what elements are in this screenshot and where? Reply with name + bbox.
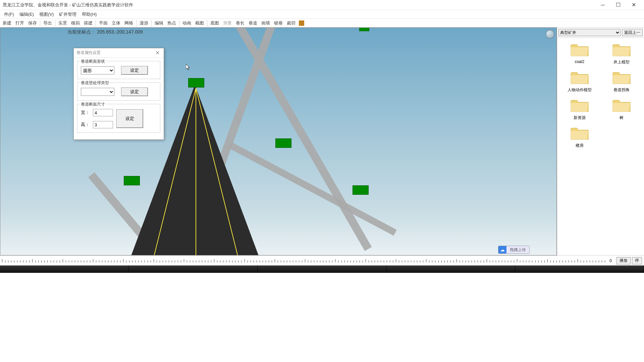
node-marker[interactable] — [353, 185, 369, 195]
maximize-button[interactable]: ☐ — [610, 0, 626, 10]
node-marker[interactable] — [188, 78, 204, 87]
group-wall-treatment: 巷道壁处理类型 设定 — [77, 82, 160, 101]
folder-icon — [570, 43, 589, 57]
group-label: 巷道壁处理类型 — [80, 80, 110, 86]
folder-icon — [612, 98, 631, 113]
menu-help[interactable]: 帮助(H) — [79, 10, 99, 18]
tool-snapshot[interactable]: 截图 — [193, 19, 206, 27]
node-marker[interactable] — [124, 176, 140, 185]
separator — [136, 20, 137, 26]
folder-icon — [612, 43, 631, 57]
dialog-body: 巷道断面形状 圆形 设定 巷道壁处理类型 设定 — [74, 58, 164, 139]
menubar: 件(F) 编辑(E) 视图(V) 矿井管理 帮助(H) — [0, 10, 644, 19]
wall-combo[interactable] — [81, 88, 114, 96]
tool-edit[interactable]: 编辑 — [153, 19, 165, 27]
folder-label: 井上模型 — [613, 59, 630, 65]
separator — [96, 20, 96, 26]
main-area: 当前坐标点： 205.653,-200,147.009 巷道属性设置 ✕ 巷道断… — [0, 27, 644, 255]
tool-tunnel[interactable]: 巷道 — [247, 19, 259, 27]
back-button[interactable]: 返回上一 — [622, 29, 643, 36]
folder-icon — [570, 98, 589, 113]
tool-scene[interactable]: 实景 — [56, 19, 69, 27]
menu-view[interactable]: 视图(V) — [37, 10, 56, 18]
menu-edit[interactable]: 编辑(E) — [17, 10, 37, 18]
coord-display: 当前坐标点： 205.653,-200,147.009 — [67, 29, 143, 35]
tool-lock[interactable]: 锁巷 — [272, 19, 285, 27]
tool-wall[interactable]: 画墙 — [259, 19, 272, 27]
tool-roam[interactable]: 漫游 — [138, 19, 150, 27]
folder-item[interactable]: 树 — [601, 97, 642, 122]
coord-label: 当前坐标点： — [67, 29, 96, 35]
set-wall-button[interactable]: 设定 — [121, 87, 148, 96]
height-input[interactable] — [93, 121, 113, 128]
status-segment — [515, 265, 644, 273]
tool-solid[interactable]: 立体 — [110, 19, 122, 27]
tool-crop[interactable]: 裁切 — [285, 19, 298, 27]
width-input[interactable] — [93, 109, 113, 116]
tool-plane[interactable]: 平面 — [97, 19, 110, 27]
folder-icon — [570, 126, 589, 141]
play-button[interactable]: 播放 — [616, 257, 631, 264]
folder-item[interactable]: coal2 — [559, 41, 600, 66]
minimize-button[interactable]: ─ — [595, 0, 610, 10]
group-cross-section-shape: 巷道断面形状 圆形 设定 — [77, 61, 160, 79]
height-label: 高： — [81, 122, 90, 128]
tool-save[interactable]: 保存 — [26, 19, 39, 27]
titlebar: 黑龙江工业学院、金视和联合开发 - 矿山三维仿真实践教学设计软件 ─ ☐ ✕ — [0, 0, 644, 10]
tool-basemap[interactable]: 底图 — [208, 19, 221, 27]
folder-label: 树 — [620, 115, 624, 121]
set-dimension-button[interactable]: 设定 — [116, 109, 143, 128]
folder-item[interactable]: 井上模型 — [601, 41, 642, 66]
node-marker[interactable] — [275, 138, 291, 148]
dialog-close-icon[interactable]: ✕ — [154, 50, 161, 56]
tool-open[interactable]: 打开 — [13, 19, 26, 27]
tool-export[interactable]: 导出 — [41, 19, 54, 27]
separator — [40, 20, 40, 26]
tool-build[interactable]: 搭建 — [82, 19, 95, 27]
bottom-bar — [0, 265, 644, 273]
menu-file[interactable]: 件(F) — [1, 10, 17, 18]
tool-length[interactable]: 巷长 — [234, 19, 247, 27]
set-shape-button[interactable]: 设定 — [121, 66, 148, 75]
upload-label: 拖拽上传 — [506, 247, 529, 253]
timeline-value: 0 — [609, 258, 612, 263]
cloud-upload-icon: ☁ — [498, 246, 506, 254]
folder-item[interactable]: 新资源 — [559, 97, 600, 122]
folder-label: 楼房 — [576, 143, 584, 148]
folder-label: 新资源 — [574, 115, 586, 121]
shape-combo[interactable]: 圆形 — [81, 66, 114, 74]
node-marker[interactable] — [359, 27, 369, 31]
stop-button[interactable]: 停 — [632, 257, 642, 264]
upload-bar: ☁ 拖拽上传 — [498, 246, 530, 254]
tool-simulate[interactable]: 模拟 — [69, 19, 82, 27]
folder-label: 巷道拐角 — [613, 87, 630, 93]
viewport-3d[interactable]: 当前坐标点： 205.653,-200,147.009 巷道属性设置 ✕ 巷道断… — [0, 27, 557, 255]
tool-misc-icon[interactable] — [299, 20, 304, 26]
folder-item[interactable]: 巷道拐角 — [601, 69, 642, 94]
toolbar: 新建 打开 保存 导出 实景 模拟 搭建 平面 立体 网格 漫游 编辑 热点 动… — [0, 19, 644, 27]
separator — [179, 20, 179, 26]
width-label: 宽： — [81, 110, 90, 116]
timeline-track[interactable] — [2, 258, 606, 264]
status-segment — [0, 265, 129, 273]
timeline-ticks — [2, 259, 606, 262]
menu-mine[interactable]: 矿井管理 — [56, 10, 79, 18]
folder-icon — [570, 70, 589, 85]
tool-hotspot[interactable]: 热点 — [165, 19, 178, 27]
separator — [55, 20, 55, 26]
dialog-titlebar[interactable]: 巷道属性设置 ✕ — [74, 48, 164, 58]
tool-anim[interactable]: 动画 — [180, 19, 193, 27]
folder-item[interactable]: 楼房 — [559, 125, 600, 150]
close-button[interactable]: ✕ — [626, 0, 641, 10]
tool-grid[interactable]: 网格 — [122, 19, 135, 27]
tool-new[interactable]: 新建 — [1, 19, 13, 27]
asset-panel: 典型矿井 返回上一 coal2 井上模型 人物动作模型 — [557, 27, 644, 255]
drag-upload-button[interactable]: ☁ 拖拽上传 — [498, 246, 530, 254]
globe-icon[interactable] — [546, 30, 554, 39]
folder-label: coal2 — [575, 59, 584, 64]
status-segment — [258, 265, 386, 273]
asset-category-combo[interactable]: 典型矿井 — [558, 29, 621, 36]
folder-label: 人物动作模型 — [568, 87, 592, 93]
status-segment — [129, 265, 258, 273]
folder-item[interactable]: 人物动作模型 — [559, 69, 600, 94]
